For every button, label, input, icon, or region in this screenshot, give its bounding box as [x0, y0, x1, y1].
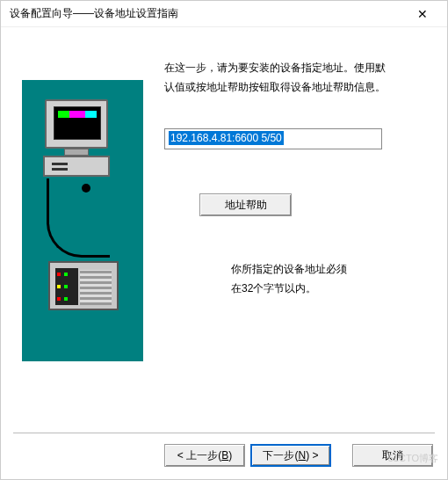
window-title: 设备配置向导——设备地址设置指南 [10, 6, 405, 21]
address-input[interactable]: 192.168.4.81:6600 5/50 [164, 128, 382, 149]
dialog-content: 在这一步，请为要安装的设备指定地址。使用默 认值或按地址帮助按钮取得设备地址帮助… [1, 27, 447, 414]
monitor-icon [45, 99, 108, 149]
close-icon: ✕ [417, 7, 428, 21]
form-panel: 在这一步，请为要安装的设备指定地址。使用默 认值或按地址帮助按钮取得设备地址帮助… [164, 54, 426, 396]
back-button[interactable]: < 上一步(B) [164, 444, 245, 467]
next-button[interactable]: 下一步(N) > [250, 444, 331, 467]
address-help-button[interactable]: 地址帮助 [199, 193, 292, 216]
wizard-buttons: < 上一步(B) 下一步(N) > 取消 [164, 444, 433, 467]
separator [13, 433, 435, 433]
titlebar: 设备配置向导——设备地址设置指南 ✕ [1, 1, 447, 27]
wizard-illustration [22, 80, 143, 361]
constraint-note: 你所指定的设备地址必须 在32个字节以内。 [231, 260, 426, 298]
cancel-button[interactable]: 取消 [352, 444, 433, 467]
device-icon [48, 261, 119, 310]
instruction-text: 在这一步，请为要安装的设备指定地址。使用默 认值或按地址帮助按钮取得设备地址帮助… [164, 59, 426, 97]
address-value: 192.168.4.81:6600 5/50 [169, 131, 284, 145]
close-button[interactable]: ✕ [405, 2, 440, 26]
